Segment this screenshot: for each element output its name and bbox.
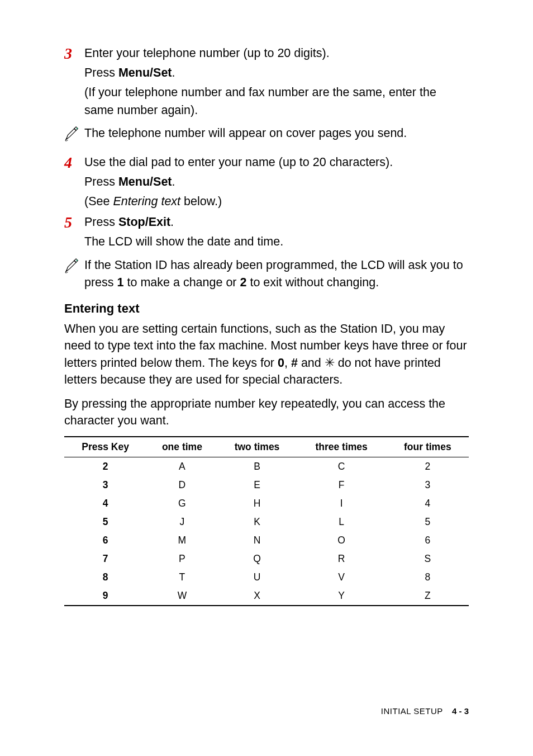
step-number-4: 4 xyxy=(64,154,84,211)
cell: X xyxy=(217,587,296,606)
cell: 6 xyxy=(387,531,469,550)
entering-text-para-1: When you are setting certain functions, … xyxy=(64,320,469,389)
note-station-id: If the Station ID has already been progr… xyxy=(64,257,469,291)
step-3-line2: Press Menu/Set. xyxy=(84,64,469,82)
step-5-line1-suffix: . xyxy=(170,215,174,229)
cell: G xyxy=(146,494,217,513)
th-four-times: four times xyxy=(387,437,469,457)
cell: R xyxy=(297,550,387,568)
step-4-line3-suffix: below.) xyxy=(180,195,222,208)
cell: N xyxy=(217,531,296,550)
star-icon: ✳ xyxy=(325,356,335,370)
key-character-table: Press Key one time two times three times… xyxy=(64,436,469,606)
th-one-time: one time xyxy=(146,437,217,457)
cell: U xyxy=(217,568,296,587)
cell: 2 xyxy=(387,457,469,476)
cell: L xyxy=(297,513,387,531)
pencil-note-icon xyxy=(64,258,79,273)
step-4-entering-text-ref: Entering text xyxy=(113,195,180,208)
step-4: 4 Use the dial pad to enter your name (u… xyxy=(64,154,469,211)
cell: S xyxy=(387,550,469,568)
cell: O xyxy=(297,531,387,550)
cell: J xyxy=(146,513,217,531)
p1-key-hash: # xyxy=(291,356,298,370)
p1-e: and xyxy=(298,356,325,370)
pencil-note-icon xyxy=(64,126,79,141)
note-1-text: The telephone number will appear on cove… xyxy=(84,125,469,144)
page: 3 Enter your telephone number (up to 20 … xyxy=(0,0,533,756)
step-4-line1: Use the dial pad to enter your name (up … xyxy=(84,154,469,171)
cell: I xyxy=(297,494,387,513)
step-5-line1-prefix: Press xyxy=(84,215,118,229)
step-4-line2-suffix: . xyxy=(172,175,175,188)
note-2-c: to make a change or xyxy=(124,276,240,289)
table-row: 9 W X Y Z xyxy=(64,587,469,606)
table-row: 4 G H I 4 xyxy=(64,494,469,513)
cell: Q xyxy=(217,550,296,568)
table-row: 3 D E F 3 xyxy=(64,476,469,494)
cell: 5 xyxy=(387,513,469,531)
cell: P xyxy=(146,550,217,568)
th-two-times: two times xyxy=(217,437,296,457)
step-3-line1: Enter your telephone number (up to 20 di… xyxy=(84,45,469,62)
table-header-row: Press Key one time two times three times… xyxy=(64,437,469,457)
step-3: 3 Enter your telephone number (up to 20 … xyxy=(64,45,469,119)
step-3-line2-suffix: . xyxy=(172,66,175,79)
table-row: 6 M N O 6 xyxy=(64,531,469,550)
cell: W xyxy=(146,587,217,606)
table-row: 8 T U V 8 xyxy=(64,568,469,587)
cell: D xyxy=(146,476,217,494)
cell: T xyxy=(146,568,217,587)
step-3-line2-prefix: Press xyxy=(84,66,118,79)
cell-key: 3 xyxy=(64,476,146,494)
th-press-key: Press Key xyxy=(64,437,146,457)
note-2-text: If the Station ID has already been progr… xyxy=(84,257,469,291)
cell: B xyxy=(217,457,296,476)
p1-key-0: 0 xyxy=(278,356,284,370)
footer-section: INITIAL SETUP xyxy=(381,706,443,716)
step-4-line2-prefix: Press xyxy=(84,175,118,188)
step-number-5: 5 xyxy=(64,214,84,251)
cell: 8 xyxy=(387,568,469,587)
note-cover-pages: The telephone number will appear on cove… xyxy=(64,125,469,144)
table-row: 5 J K L 5 xyxy=(64,513,469,531)
cell: M xyxy=(146,531,217,550)
step-3-menu-set: Menu/Set xyxy=(118,66,172,79)
cell-key: 5 xyxy=(64,513,146,531)
cell: V xyxy=(297,568,387,587)
step-5-body: Press Stop/Exit. The LCD will show the d… xyxy=(84,214,469,251)
step-3-body: Enter your telephone number (up to 20 di… xyxy=(84,45,469,119)
cell: C xyxy=(297,457,387,476)
footer-page: 4 - 3 xyxy=(452,706,469,716)
th-three-times: three times xyxy=(297,437,387,457)
step-5-line1: Press Stop/Exit. xyxy=(84,214,469,231)
page-footer: INITIAL SETUP 4 - 3 xyxy=(381,706,469,716)
cell: K xyxy=(217,513,296,531)
step-3-line3: (If your telephone number and fax number… xyxy=(84,84,469,119)
step-5-stop-exit: Stop/Exit xyxy=(118,215,170,229)
cell-key: 9 xyxy=(64,587,146,606)
cell: E xyxy=(217,476,296,494)
step-4-menu-set: Menu/Set xyxy=(118,175,172,188)
cell: H xyxy=(217,494,296,513)
cell-key: 7 xyxy=(64,550,146,568)
p1-c: , xyxy=(284,356,291,370)
entering-text-heading: Entering text xyxy=(64,301,469,316)
cell-key: 4 xyxy=(64,494,146,513)
note-2-e: to exit without changing. xyxy=(246,276,379,289)
step-4-line3-prefix: (See xyxy=(84,195,113,208)
note-icon-2 xyxy=(64,257,84,291)
cell: Z xyxy=(387,587,469,606)
cell-key: 8 xyxy=(64,568,146,587)
step-number-3: 3 xyxy=(64,45,84,119)
step-4-body: Use the dial pad to enter your name (up … xyxy=(84,154,469,211)
note-icon xyxy=(64,125,84,144)
step-5: 5 Press Stop/Exit. The LCD will show the… xyxy=(64,214,469,251)
step-4-line2: Press Menu/Set. xyxy=(84,173,469,191)
cell: 4 xyxy=(387,494,469,513)
cell: F xyxy=(297,476,387,494)
cell: Y xyxy=(297,587,387,606)
cell: A xyxy=(146,457,217,476)
step-4-line3: (See Entering text below.) xyxy=(84,193,469,210)
note-2-key2: 2 xyxy=(240,276,247,289)
